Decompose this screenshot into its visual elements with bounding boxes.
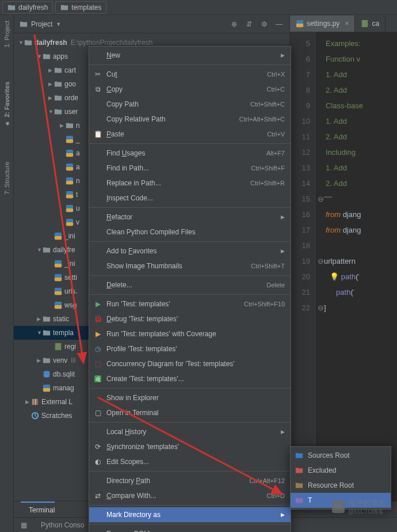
- svg-rect-24: [55, 343, 62, 350]
- menu-item[interactable]: Delete...Delete: [89, 278, 291, 292]
- menu-item[interactable]: Clean Python Compiled Files: [89, 225, 291, 240]
- compare-icon: ⇄: [93, 491, 103, 501]
- locate-icon[interactable]: ⊕: [230, 20, 239, 28]
- menu-item[interactable]: ⟳Synchronize 'templates': [89, 439, 291, 454]
- concurrency-icon: ⬚: [93, 359, 103, 369]
- cut-icon: ✂: [93, 69, 103, 79]
- watermark: ✉ 海洋的渔夫 @51CTO博客: [332, 497, 385, 516]
- svg-rect-5: [66, 167, 73, 170]
- editor-tab[interactable]: ca: [355, 16, 385, 32]
- project-title: Project: [31, 20, 52, 28]
- close-tab-icon[interactable]: ×: [345, 20, 349, 28]
- menu-item[interactable]: Show Image ThumbnailsCtrl+Shift+T: [89, 259, 291, 273]
- svg-rect-23: [55, 305, 62, 309]
- svg-rect-19: [55, 278, 62, 281]
- coverage-icon: ▶: [93, 329, 103, 339]
- svg-rect-33: [296, 24, 303, 27]
- menu-item[interactable]: ◷Profile 'Test: templates': [89, 341, 291, 356]
- menu-item[interactable]: Copy PathCtrl+Shift+C: [89, 97, 291, 112]
- svg-rect-13: [66, 222, 73, 226]
- breadcrumb-item-1[interactable]: templates: [55, 1, 106, 14]
- python-console-tab[interactable]: Python Conso: [41, 521, 84, 529]
- submenu-item[interactable]: Excluded: [291, 463, 391, 478]
- menu-item[interactable]: ✂CutCtrl+X: [89, 67, 291, 82]
- svg-rect-34: [362, 20, 368, 26]
- menu-item[interactable]: Inspect Code...: [89, 191, 291, 206]
- run-icon: ▶: [93, 299, 103, 309]
- svg-rect-7: [66, 181, 73, 184]
- left-toolstrip: 1: Project ★ 2: Favorites 7: Structure: [0, 15, 14, 532]
- menu-item[interactable]: Replace in Path...Ctrl+Shift+R: [89, 176, 291, 191]
- editor-tabs: settings.py×ca: [290, 15, 397, 32]
- menu-item[interactable]: Refactor▶: [89, 210, 291, 225]
- svg-rect-28: [32, 399, 35, 405]
- svg-rect-21: [55, 291, 62, 295]
- menu-item[interactable]: New▶: [89, 48, 291, 63]
- menu-item[interactable]: Find UsagesAlt+F7: [89, 146, 291, 161]
- folder-icon: [294, 450, 304, 461]
- tool-structure[interactable]: 7: Structure: [3, 162, 10, 195]
- tool-favorites[interactable]: ★ 2: Favorites: [3, 82, 10, 127]
- svg-rect-1: [66, 139, 73, 143]
- folder-icon: [294, 495, 304, 506]
- terminal-icon: ▢: [93, 408, 103, 418]
- chevron-down-icon[interactable]: ▼: [56, 21, 61, 27]
- menu-item[interactable]: Find in Path...Ctrl+Shift+F: [89, 161, 291, 176]
- breadcrumb-bar: dailyfresh templates: [0, 0, 397, 15]
- bulb-icon[interactable]: 💡: [330, 272, 339, 281]
- breadcrumb-item-0[interactable]: dailyfresh: [2, 1, 53, 14]
- copy-icon: ⧉: [93, 84, 103, 94]
- terminal-tab[interactable]: Terminal: [21, 501, 55, 517]
- profile-icon: ◷: [93, 344, 103, 354]
- menu-item[interactable]: Directory PathCtrl+Alt+F12: [89, 473, 291, 488]
- create-icon: dj: [93, 374, 103, 384]
- svg-rect-27: [43, 388, 50, 392]
- svg-point-25: [44, 371, 50, 373]
- menu-item[interactable]: Copy Relative PathCtrl+Alt+Shift+C: [89, 112, 291, 127]
- svg-rect-30: [37, 399, 39, 405]
- menu-item[interactable]: Show in Explorer: [89, 390, 291, 405]
- tool-project[interactable]: 1: Project: [3, 21, 10, 47]
- editor-tab[interactable]: settings.py×: [290, 16, 355, 32]
- scopes-icon: ◐: [93, 457, 103, 467]
- svg-rect-17: [55, 264, 62, 267]
- menu-item[interactable]: ▶Run 'Test: templates' with Coverage: [89, 326, 291, 341]
- sync-icon: ⟳: [93, 442, 103, 452]
- menu-item[interactable]: ⇄Compare With...Ctrl+D: [89, 488, 291, 503]
- folder-icon: [7, 3, 16, 12]
- menu-item[interactable]: Remove BOM: [89, 526, 291, 532]
- menu-item[interactable]: ⬚Concurrency Diagram for 'Test: template…: [89, 356, 291, 371]
- folder-icon: [294, 465, 304, 476]
- context-menu[interactable]: New▶✂CutCtrl+X⧉CopyCtrl+CCopy PathCtrl+S…: [89, 46, 291, 532]
- hide-icon[interactable]: —: [274, 20, 284, 28]
- svg-rect-9: [66, 195, 73, 198]
- menu-item[interactable]: ⧉CopyCtrl+C: [89, 82, 291, 97]
- svg-rect-15: [55, 236, 62, 240]
- wechat-icon: ✉: [332, 500, 345, 513]
- menu-item[interactable]: Mark Directory as▶: [89, 507, 291, 522]
- submenu-item[interactable]: Resource Root: [291, 478, 391, 493]
- console-icon[interactable]: ▦: [21, 521, 27, 529]
- menu-item[interactable]: Local History▶: [89, 424, 291, 439]
- folder-icon: [60, 3, 68, 12]
- project-icon: [20, 20, 28, 28]
- svg-rect-3: [66, 153, 73, 157]
- menu-item[interactable]: djCreate 'Test: templates'...: [89, 371, 291, 386]
- menu-item[interactable]: ◐Edit Scopes...: [89, 454, 291, 469]
- gear-icon[interactable]: ⚙: [259, 20, 269, 28]
- submenu-item[interactable]: Sources Root: [291, 448, 391, 463]
- svg-rect-11: [66, 208, 73, 212]
- project-panel-header: Project ▼ ⊕ ⇵ ⚙ —: [14, 15, 289, 33]
- menu-item[interactable]: Add to Favorites▶: [89, 244, 291, 259]
- menu-item[interactable]: ▶Run 'Test: templates'Ctrl+Shift+F10: [89, 297, 291, 311]
- debug-icon: 🐞: [93, 314, 103, 324]
- menu-item[interactable]: 🐞Debug 'Test: templates': [89, 311, 291, 326]
- svg-rect-29: [35, 399, 37, 405]
- collapse-icon[interactable]: ⇵: [245, 20, 254, 28]
- paste-icon: 📋: [93, 129, 103, 139]
- folder-icon: [294, 480, 304, 491]
- menu-item[interactable]: ▢Open in Terminal: [89, 405, 291, 420]
- menu-item[interactable]: 📋PasteCtrl+V: [89, 127, 291, 142]
- folder-icon: [24, 39, 32, 47]
